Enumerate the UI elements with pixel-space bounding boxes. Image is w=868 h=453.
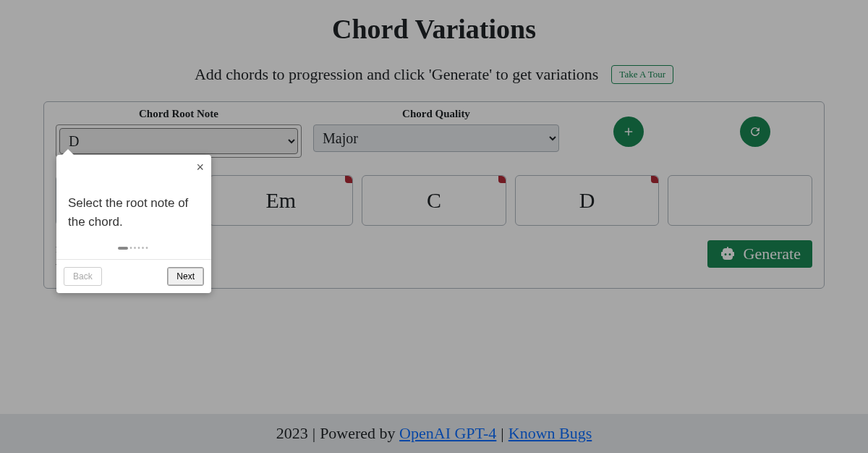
chord-label: Em [266, 188, 297, 213]
chord-label: C [427, 188, 441, 213]
refresh-icon [749, 125, 762, 138]
chord-slot[interactable] [668, 175, 812, 226]
generate-label: Generate [744, 245, 801, 263]
chord-slot[interactable]: C [362, 175, 506, 226]
reset-button[interactable] [740, 117, 770, 147]
remove-chord-button[interactable] [345, 176, 352, 183]
footer-year: 2023 [276, 424, 308, 443]
add-chord-button[interactable] [613, 117, 644, 147]
tour-back-button[interactable]: Back [64, 267, 102, 286]
chord-slot[interactable]: D [515, 175, 660, 226]
tour-next-button[interactable]: Next [167, 267, 204, 286]
tour-progress-dots: ••••• [56, 240, 211, 259]
chord-slot[interactable]: Em [209, 175, 354, 226]
root-note-select[interactable]: D [59, 128, 298, 154]
robot-icon [719, 245, 736, 263]
chord-label: D [579, 188, 595, 213]
footer-link-bugs[interactable]: Known Bugs [509, 424, 592, 443]
plus-icon [622, 125, 635, 138]
footer-powered: Powered by [320, 424, 395, 443]
remove-chord-button[interactable] [498, 176, 506, 183]
chord-quality-label: Chord Quality [402, 108, 470, 120]
page-title: Chord Variations [43, 13, 825, 45]
tour-popover: × Select the root note of the chord. •••… [56, 155, 211, 293]
generate-button[interactable]: Generate [707, 240, 812, 268]
take-tour-button[interactable]: Take A Tour [611, 65, 673, 84]
tour-text: Select the root note of the chord. [56, 155, 211, 240]
footer: 2023 | Powered by OpenAI GPT-4 | Known B… [0, 414, 868, 453]
footer-link-openai[interactable]: OpenAI GPT-4 [399, 424, 496, 443]
root-note-label: Chord Root Note [139, 108, 218, 120]
remove-chord-button[interactable] [651, 176, 658, 183]
page-subtitle: Add chords to progression and click 'Gen… [195, 65, 598, 84]
tour-close-button[interactable]: × [196, 161, 204, 174]
chord-quality-select[interactable]: Major [313, 124, 559, 152]
root-note-select-highlight: D [56, 124, 302, 158]
